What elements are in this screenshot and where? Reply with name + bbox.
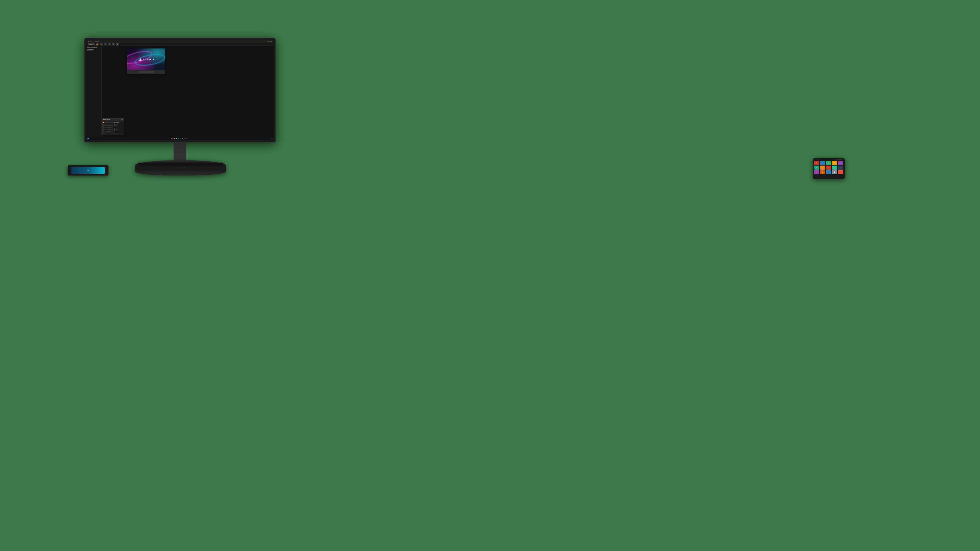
sd-key-1[interactable]: 🔴 (814, 161, 819, 165)
mode-label-movie: Movie (116, 125, 118, 126)
small-device (68, 165, 108, 176)
color-temp-label: Color Temp (103, 133, 107, 134)
svg-rect-1 (101, 44, 102, 44)
mode-radio-dci (115, 132, 115, 132)
taskbar-settings-icon[interactable]: ⚙ (186, 138, 187, 139)
profile-name: Default (90, 44, 93, 45)
control-8[interactable]: 4 (107, 127, 110, 128)
settings-grid: 0 4 4 Brightness Contrast Sharp (103, 122, 113, 134)
settings-row-1: 0 4 4 (103, 122, 113, 123)
brightness-control[interactable]: 0 (103, 122, 107, 123)
app-titlebar: ▲ Home › Dashboard (86, 40, 274, 43)
preview-screen: CORSAIR (127, 48, 165, 70)
mode-radio-fps (115, 127, 115, 127)
taskbar-center: 🔍 📅 📁 🌐 ✉ 📷 🎵 ⚙ (172, 138, 187, 139)
app-main: CORSAIR Picture Settings (102, 46, 274, 137)
sd-key-7[interactable]: 🟠 (820, 165, 825, 170)
profile-dropdown[interactable]: Default ▾ (88, 43, 95, 45)
sd-key-14[interactable]: ⬜ (832, 170, 837, 174)
taskbar-chrome-icon[interactable]: 🌐 (178, 138, 179, 139)
panel-close-btn[interactable]: × (122, 119, 123, 120)
app-sidebar: XENEON 32UHD144 Picture Settings Sound S… (86, 46, 102, 137)
pa-control[interactable]: PA (103, 125, 107, 126)
svg-rect-0 (97, 44, 98, 44)
settings-row-5: ↺ (103, 131, 113, 132)
preview-logo-container: CORSAIR (138, 58, 154, 61)
sidebar-item-sound-settings[interactable]: Sound Settings (87, 50, 100, 51)
taskbar-mail-icon[interactable]: ✉ (180, 138, 181, 139)
small-device-indicator (88, 170, 89, 171)
control-5[interactable]: 4 (107, 125, 110, 126)
sd-key-4[interactable]: 🟡 (832, 161, 837, 165)
sd-key-6[interactable]: 🟢 (814, 165, 819, 170)
col-control-3[interactable]: 4 (110, 122, 113, 123)
tab-settings[interactable] (112, 43, 115, 45)
stream-deck-header: STREAM DECK (814, 159, 843, 160)
titlebar-dashboard[interactable]: Dashboard (95, 41, 99, 42)
maximize-btn[interactable] (269, 41, 270, 42)
control-10[interactable] (103, 129, 107, 130)
control-11[interactable]: 4 (107, 129, 110, 130)
picture-icon (97, 44, 98, 45)
corsair-sail-icon (138, 58, 142, 61)
control-6[interactable]: 4 (110, 125, 113, 126)
taskbar-right: 11:45 AM (270, 138, 272, 139)
panel-title: Picture Settings (103, 119, 110, 120)
tab-display[interactable] (100, 43, 103, 45)
tab-picture[interactable] (96, 43, 99, 45)
app-toolbar: Default ▾ (86, 43, 274, 46)
taskbar-photo-icon[interactable]: 📷 (182, 138, 183, 139)
sd-key-3[interactable]: 🟢 (826, 161, 831, 165)
start-icon[interactable]: ⊞ (87, 138, 89, 139)
picture-settings-panel: Picture Settings + × (102, 118, 124, 135)
taskbar-folder-icon[interactable]: 📁 (176, 138, 177, 139)
control-9[interactable]: 4 (110, 127, 113, 128)
monitor-bezel: ▲ Home › Dashboard Default (84, 38, 275, 142)
titlebar-home[interactable]: Home (90, 41, 92, 42)
sd-key-13[interactable]: 🔵 (826, 170, 831, 174)
expand-btn[interactable]: + (121, 119, 122, 120)
monitor-shell: ▲ Home › Dashboard Default (84, 38, 275, 150)
sd-key-11[interactable]: 🟣 (814, 170, 819, 174)
minimize-btn[interactable] (267, 41, 269, 42)
dropdown-arrow-icon: ▾ (93, 44, 94, 45)
taskbar-music-icon[interactable]: 🎵 (184, 138, 185, 139)
mode-label-autohdr: AutoHDR (116, 133, 118, 134)
titlebar-sep: › (93, 41, 94, 42)
settings-row-3: 4 4 (103, 127, 113, 128)
monitor-stand-base: CORSAIR (135, 160, 226, 176)
titlebar-left: ▲ Home › Dashboard (88, 41, 99, 42)
taskbar-left: ⊞ (87, 138, 89, 139)
monitor-screen: ▲ Home › Dashboard Default (86, 40, 274, 140)
sidebar-item-picture-settings[interactable]: Picture Settings (87, 49, 100, 50)
taskbar-calendar-icon[interactable]: 📅 (173, 138, 175, 139)
taskbar-time: 11:45 AM (270, 138, 272, 139)
sd-key-9[interactable]: 🟢 (832, 165, 837, 170)
stream-deck-label: STREAM DECK (835, 159, 843, 160)
col-control-2[interactable]: 4 (107, 122, 110, 123)
settings-row-labels-1: Brightness Contrast Sharp (103, 124, 113, 124)
settings-icon (113, 44, 114, 45)
mode-label-rts: rts (116, 128, 116, 129)
tab-color[interactable] (108, 43, 111, 45)
tab-signal[interactable] (104, 43, 107, 45)
color-temp-row: Color Temp (103, 133, 113, 134)
sd-key-5[interactable]: 🟣 (838, 161, 843, 165)
control-7[interactable] (103, 127, 107, 128)
picture-mode-panel: Picture Mode Standard Movie (114, 122, 123, 134)
settings-row-2: PA 4 4 (103, 125, 113, 126)
sd-key-12[interactable]: 🟠 (820, 170, 825, 174)
tab-active[interactable] (116, 43, 119, 45)
close-btn[interactable] (271, 41, 272, 42)
mode-radio-rts (115, 128, 115, 129)
control-12[interactable]: 4 (110, 129, 113, 130)
sd-key-15[interactable]: 🔴 (838, 170, 843, 174)
preview-logo-text: CORSAIR (143, 58, 154, 60)
mode-autohdr[interactable]: AutoHDR (114, 133, 123, 134)
control-reset[interactable]: ↺ (103, 131, 113, 132)
sd-key-8[interactable]: 🔴 (826, 165, 831, 170)
taskbar-search-icon[interactable]: 🔍 (172, 138, 173, 139)
sd-key-2[interactable]: 🔵 (820, 161, 825, 165)
sd-key-10[interactable]: ⬛ (838, 165, 843, 170)
monitor-tab-icon (117, 44, 118, 45)
